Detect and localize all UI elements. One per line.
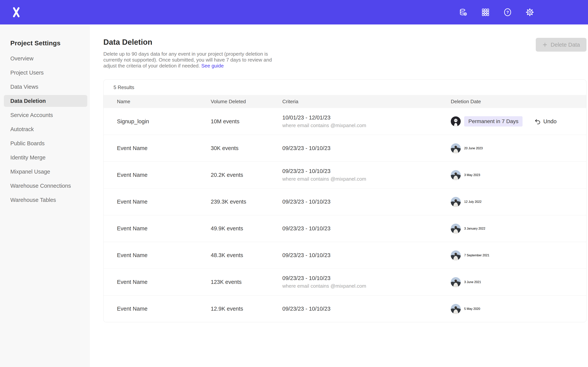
row-deletion-date: 3 January 2022 [451, 224, 586, 234]
criteria-filter: where email contains @mixpanel.com [282, 123, 451, 128]
topbar-icon-group: ? [458, 8, 534, 17]
row-deletion-date: 7 September 2021 [451, 250, 586, 260]
delete-data-button[interactable]: Delete Data [536, 38, 587, 52]
criteria-filter: where email contains @mixpanel.com [282, 176, 451, 182]
table-row: Event Name 48.3K events 09/23/23 - 10/10… [104, 242, 586, 268]
table-row: Event Name 239.3K events 09/23/23 - 10/1… [104, 188, 586, 215]
row-volume: 49.9K events [211, 225, 282, 232]
deletion-date-text: 5 May 2020 [464, 307, 480, 311]
undo-label: Undo [543, 118, 556, 125]
undo-icon [534, 118, 541, 125]
deletion-date-text: 3 June 2021 [464, 280, 481, 284]
row-criteria: 09/23/23 - 10/10/23 [282, 252, 451, 259]
sidebar-item-mixpanel-usage[interactable]: Mixpanel Usage [4, 166, 87, 178]
plus-icon [542, 42, 548, 47]
user-avatar [451, 277, 461, 287]
deletion-date-text: 7 September 2021 [464, 254, 489, 257]
row-volume: 123K events [211, 279, 282, 285]
row-deletion-date: 3 May 2023 [451, 170, 586, 180]
row-deletion-date: 20 June 2023 [451, 143, 586, 153]
user-avatar [451, 224, 461, 234]
delete-data-label: Delete Data [551, 42, 580, 48]
user-avatar [451, 197, 461, 207]
row-deletion-date: 12 July 2022 [451, 197, 586, 207]
user-avatar-dark [451, 117, 461, 126]
user-avatar [451, 304, 461, 314]
row-deletion-date: 5 May 2020 [451, 304, 586, 314]
row-name: Event Name [117, 199, 211, 205]
column-header-deletion-date: Deletion Date [451, 99, 586, 105]
user-avatar [451, 250, 461, 260]
row-volume: 30K events [211, 145, 282, 151]
row-volume: 12.9K events [211, 306, 282, 312]
row-name: Event Name [117, 252, 211, 259]
status-badge: Permanent in 7 Days [464, 116, 523, 126]
row-criteria: 09/23/23 - 10/10/23 [282, 306, 451, 312]
table-header-row: Name Volume Deleted Criteria Deletion Da… [104, 95, 586, 108]
mixpanel-logo[interactable] [11, 7, 22, 18]
column-header-volume: Volume Deleted [211, 99, 282, 105]
column-header-criteria: Criteria [282, 99, 451, 105]
row-criteria: 09/23/23 - 10/10/23 [282, 145, 451, 151]
table-row: Signup_login 10M events 10/01/23 - 12/01… [104, 108, 586, 135]
svg-text:?: ? [506, 10, 509, 15]
table-row: Event Name 123K events 09/23/23 - 10/10/… [104, 268, 586, 295]
data-management-icon[interactable] [458, 8, 468, 17]
row-criteria: 09/23/23 - 10/10/23 [282, 199, 451, 205]
row-volume: 20.2K events [211, 172, 282, 178]
sidebar-item-warehouse-tables[interactable]: Warehouse Tables [4, 194, 87, 206]
criteria-filter: where email contains @mixpanel.com [282, 283, 451, 289]
table-row: Event Name 20.2K events 09/23/23 - 10/10… [104, 161, 586, 188]
user-avatar [451, 170, 461, 180]
main-content: Data Deletion Delete up to 90 days data … [90, 25, 588, 367]
see-guide-link[interactable]: See guide [201, 63, 224, 69]
table-row: Event Name 12.9K events 09/23/23 - 10/10… [104, 295, 586, 322]
apps-grid-icon[interactable] [481, 8, 490, 17]
deletion-date-text: 20 June 2023 [464, 147, 483, 150]
table-row: Event Name 49.9K events 09/23/23 - 10/10… [104, 215, 586, 242]
sidebar-item-data-views[interactable]: Data Views [4, 81, 87, 93]
row-name: Event Name [117, 306, 211, 312]
sidebar-item-identity-merge[interactable]: Identity Merge [4, 151, 87, 163]
row-criteria: 09/23/23 - 10/10/23 [282, 225, 451, 232]
row-name: Event Name [117, 172, 211, 178]
row-criteria: 09/23/23 - 10/10/23 where email contains… [282, 275, 451, 289]
deletion-date-text: 12 July 2022 [464, 200, 482, 204]
deletion-table-card: 5 Results Name Volume Deleted Criteria D… [103, 80, 587, 322]
row-name: Event Name [117, 225, 211, 232]
row-deletion-date: Permanent in 7 Days Undo [451, 116, 586, 126]
sidebar-item-public-boards[interactable]: Public Boards [4, 137, 87, 149]
deletion-date-text: 3 January 2022 [464, 227, 485, 230]
help-icon[interactable]: ? [503, 8, 512, 17]
sidebar-title: Project Settings [10, 39, 90, 47]
results-count: 5 Results [104, 80, 586, 95]
row-volume: 10M events [211, 118, 282, 125]
row-name: Event Name [117, 279, 211, 285]
row-volume: 48.3K events [211, 252, 282, 259]
sidebar-item-warehouse-connections[interactable]: Warehouse Connections [4, 180, 87, 192]
row-criteria: 10/01/23 - 12/01/23 where email contains… [282, 115, 451, 128]
page-title: Data Deletion [103, 38, 277, 46]
settings-gear-icon[interactable] [525, 8, 534, 17]
sidebar-nav: Overview Project Users Data Views Data D… [4, 53, 90, 206]
sidebar-item-service-accounts[interactable]: Service Accounts [4, 109, 87, 121]
sidebar-item-autotrack[interactable]: Autotrack [4, 123, 87, 135]
row-criteria: 09/23/23 - 10/10/23 where email contains… [282, 168, 451, 182]
row-name: Event Name [117, 145, 211, 151]
undo-button[interactable]: Undo [534, 118, 556, 125]
page-description: Delete up to 90 days data for any event … [103, 51, 277, 69]
row-name: Signup_login [117, 118, 211, 125]
deletion-date-text: 3 May 2023 [464, 173, 480, 177]
user-avatar [451, 143, 461, 153]
row-volume: 239.3K events [211, 199, 282, 205]
row-deletion-date: 3 June 2021 [451, 277, 586, 287]
top-navbar: ? [0, 0, 588, 25]
sidebar-item-data-deletion[interactable]: Data Deletion [4, 95, 87, 107]
table-row: Event Name 30K events 09/23/23 - 10/10/2… [104, 135, 586, 161]
sidebar-item-overview[interactable]: Overview [4, 53, 87, 64]
sidebar-item-project-users[interactable]: Project Users [4, 67, 87, 79]
column-header-name: Name [117, 99, 211, 105]
description-text: Delete up to 90 days data for any event … [103, 51, 272, 69]
settings-sidebar: Project Settings Overview Project Users … [0, 25, 90, 367]
